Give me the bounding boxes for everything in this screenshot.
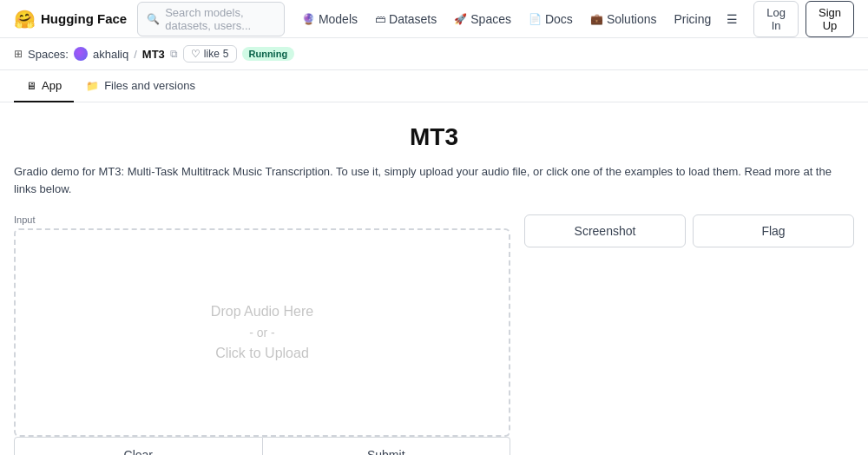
docs-icon: 📄 <box>529 13 542 25</box>
drop-text-line1: Drop Audio Here <box>211 298 313 326</box>
nav-links: 🔮 Models 🗃 Datasets 🚀 Spaces 📄 Docs 💼 So… <box>295 9 743 30</box>
nav-pricing[interactable]: Pricing <box>667 9 718 30</box>
flag-button[interactable]: Flag <box>693 214 854 247</box>
nav-solutions[interactable]: 💼 Solutions <box>583 9 664 30</box>
models-icon: 🔮 <box>302 13 315 25</box>
tab-files[interactable]: 📁 Files and versions <box>74 70 207 102</box>
screenshot-button[interactable]: Screenshot <box>524 214 686 247</box>
spaces-icon: 🚀 <box>454 13 467 25</box>
navbar: 🤗 Hugging Face 🔍 Search models, datasets… <box>0 0 868 38</box>
logo-text: Hugging Face <box>41 11 127 26</box>
right-action-buttons: Screenshot Flag <box>524 214 854 247</box>
tab-app[interactable]: 🖥 App <box>14 70 74 102</box>
spaces-label: Spaces: <box>28 48 69 61</box>
brand-logo[interactable]: 🤗 Hugging Face <box>14 9 127 30</box>
main-content: MT3 Gradio demo for MT3: Multi-Task Mult… <box>0 102 868 455</box>
app-left-panel: Input Drop Audio Here - or - Click to Up… <box>14 214 510 455</box>
nav-spaces[interactable]: 🚀 Spaces <box>447 9 518 30</box>
heart-icon: ♡ <box>191 48 201 60</box>
tabs-bar: 🖥 App 📁 Files and versions <box>0 70 868 102</box>
solutions-icon: 💼 <box>590 13 603 25</box>
tab-app-label: App <box>42 79 62 92</box>
search-bar[interactable]: 🔍 Search models, datasets, users... <box>137 2 285 36</box>
page-title: MT3 <box>14 123 854 151</box>
app-layout: Input Drop Audio Here - or - Click to Up… <box>14 214 854 455</box>
action-buttons: Clear Submit <box>14 437 510 455</box>
breadcrumb-repo-name: MT3 <box>142 48 165 61</box>
login-button[interactable]: Log In <box>753 1 799 37</box>
like-button[interactable]: ♡ like 5 <box>183 45 237 63</box>
tab-files-label: Files and versions <box>104 79 195 92</box>
app-right-panel: Screenshot Flag <box>524 214 854 455</box>
files-tab-icon: 📁 <box>86 80 99 92</box>
nav-docs[interactable]: 📄 Docs <box>522 9 580 30</box>
input-label: Input <box>14 214 510 225</box>
breadcrumb-separator: / <box>134 48 137 61</box>
logo-emoji: 🤗 <box>14 9 36 30</box>
search-placeholder: Search models, datasets, users... <box>165 6 275 32</box>
user-avatar <box>74 47 88 61</box>
app-tab-icon: 🖥 <box>26 80 36 92</box>
navbar-actions: Log In Sign Up <box>753 1 854 37</box>
breadcrumb-user-link[interactable]: akhaliq <box>93 48 128 61</box>
status-badge: Running <box>242 47 295 61</box>
nav-more[interactable]: ☰ <box>721 9 743 30</box>
submit-button[interactable]: Submit <box>263 437 511 455</box>
drop-text-line3: Click to Upload <box>215 340 309 367</box>
like-label: like <box>204 48 220 60</box>
signup-button[interactable]: Sign Up <box>806 1 854 37</box>
audio-upload-zone[interactable]: Drop Audio Here - or - Click to Upload <box>14 228 510 437</box>
clear-button[interactable]: Clear <box>14 437 263 455</box>
datasets-icon: 🗃 <box>375 13 385 25</box>
nav-models[interactable]: 🔮 Models <box>295 9 365 30</box>
more-icon: ☰ <box>727 12 738 26</box>
nav-datasets[interactable]: 🗃 Datasets <box>368 9 444 30</box>
spaces-grid-icon: ⊞ <box>14 48 23 60</box>
copy-icon[interactable]: ⧉ <box>170 48 178 60</box>
breadcrumb-bar: ⊞ Spaces: akhaliq / MT3 ⧉ ♡ like 5 Runni… <box>0 38 868 70</box>
page-description: Gradio demo for MT3: Multi-Task Multitra… <box>14 163 854 197</box>
search-icon: 🔍 <box>147 13 160 25</box>
like-count: 5 <box>223 48 229 60</box>
drop-text-line2: - or - <box>249 326 275 340</box>
